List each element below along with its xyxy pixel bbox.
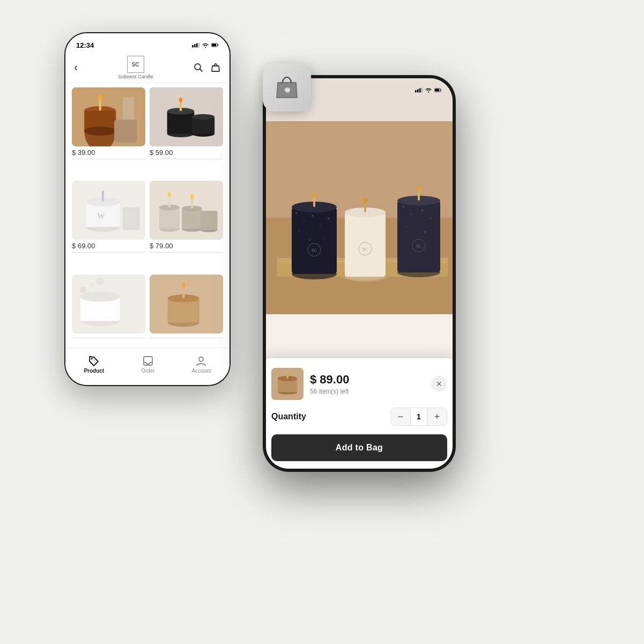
nav-bar-phone1: ‹ SC Subwest Candle [65, 53, 230, 83]
search-icon[interactable] [193, 62, 204, 73]
svg-point-62 [199, 357, 203, 361]
svg-rect-103 [424, 231, 426, 233]
list-item[interactable]: $ 59.00 [150, 87, 223, 176]
battery-icon [211, 42, 219, 48]
svg-point-105 [417, 186, 420, 191]
increase-quantity-button[interactable]: + [427, 408, 447, 425]
tab-order[interactable]: Order [141, 355, 155, 374]
svg-rect-35 [159, 208, 180, 229]
svg-point-22 [179, 98, 182, 102]
svg-rect-19 [167, 111, 195, 134]
sheet-stock: 56 item(s) left [310, 388, 431, 395]
sheet-header: $ 89.00 56 item(s) left ✕ [271, 368, 447, 400]
svg-point-7 [195, 64, 201, 70]
svg-rect-83 [324, 236, 325, 238]
product-image-1 [72, 87, 145, 146]
svg-point-60 [91, 358, 93, 360]
svg-text:SC: SC [312, 248, 317, 253]
svg-text:SC: SC [416, 244, 421, 249]
svg-point-53 [96, 277, 104, 285]
svg-point-52 [78, 280, 83, 285]
svg-rect-89 [345, 212, 386, 277]
svg-rect-77 [304, 220, 305, 221]
product-price-5 [72, 336, 145, 338]
product-image-6 [150, 275, 223, 334]
nav-icons [193, 62, 221, 73]
product-image-4 [150, 181, 223, 240]
svg-rect-98 [403, 206, 404, 208]
inbox-icon [142, 355, 154, 367]
svg-rect-74 [292, 207, 337, 274]
svg-rect-2 [194, 44, 196, 47]
svg-point-12 [84, 127, 116, 136]
time-phone1: 12:34 [76, 41, 94, 49]
brand-logo: SC Subwest Candle [118, 56, 153, 79]
svg-rect-1 [192, 45, 194, 47]
sheet-price: $ 89.00 [310, 373, 431, 387]
sheet-product-info: $ 89.00 56 item(s) left [310, 373, 431, 395]
app-icon[interactable] [263, 63, 311, 112]
battery-icon-phone2 [434, 87, 442, 93]
status-icons-phone2 [415, 87, 442, 93]
product-image-5 [72, 275, 145, 334]
svg-rect-66 [421, 88, 423, 93]
brand-name: Subwest Candle [118, 74, 153, 79]
svg-rect-101 [431, 218, 432, 219]
tab-account[interactable]: Account [191, 355, 211, 374]
tab-product[interactable]: Product [84, 355, 104, 374]
svg-text:SC: SC [362, 247, 368, 252]
svg-rect-65 [419, 88, 421, 93]
svg-point-50 [80, 286, 87, 293]
product-hero-image: SC SC [266, 121, 453, 314]
list-item[interactable] [150, 275, 223, 356]
add-to-bag-button[interactable]: Add to Bag [271, 434, 447, 461]
quantity-controls: − 1 + [390, 408, 447, 426]
svg-point-14 [99, 95, 102, 99]
svg-point-49 [80, 291, 120, 301]
bottom-sheet: $ 89.00 56 item(s) left ✕ Quantity − 1 +… [266, 358, 453, 469]
svg-rect-4 [198, 43, 199, 48]
svg-rect-79 [320, 226, 321, 227]
product-price-3: $ 69.00 [72, 242, 145, 253]
svg-rect-102 [405, 226, 406, 227]
tab-order-label: Order [141, 368, 155, 374]
tab-product-label: Product [84, 368, 104, 374]
list-item[interactable] [72, 275, 145, 356]
quantity-value: 1 [410, 408, 427, 425]
svg-rect-58 [182, 285, 184, 298]
svg-rect-76 [295, 212, 297, 214]
svg-rect-78 [312, 215, 313, 217]
brand-initials: SC [127, 56, 144, 73]
svg-rect-112 [286, 372, 288, 379]
product-image-3: W [72, 181, 145, 240]
bag-icon[interactable] [210, 62, 221, 73]
svg-rect-37 [168, 195, 171, 208]
wifi-icon-phone2 [425, 87, 432, 93]
list-item[interactable]: $ 39.00 [72, 87, 145, 176]
svg-rect-45 [201, 211, 218, 230]
list-item[interactable]: $ 79.00 [150, 181, 223, 270]
svg-rect-80 [328, 218, 329, 219]
tab-bar: Product Order Account [65, 347, 230, 385]
list-item[interactable]: W $ 69.00 [72, 181, 145, 270]
svg-text:W: W [97, 212, 105, 220]
tag-icon [88, 355, 100, 367]
svg-rect-82 [309, 239, 310, 241]
back-button-phone1[interactable]: ‹ [74, 61, 78, 75]
svg-point-25 [192, 114, 214, 120]
tab-account-label: Account [191, 368, 211, 374]
decrease-quantity-button[interactable]: − [391, 408, 410, 425]
svg-point-92 [364, 198, 367, 203]
close-button[interactable]: ✕ [431, 376, 447, 392]
product-grid: $ 39.00 $ 59.00 [65, 83, 230, 360]
svg-rect-6 [212, 44, 216, 46]
signal-icon [192, 42, 199, 48]
svg-rect-30 [102, 190, 104, 202]
svg-rect-100 [421, 210, 423, 211]
svg-rect-68 [435, 89, 439, 91]
svg-point-43 [190, 194, 194, 198]
signal-icon-phone2 [415, 87, 423, 93]
svg-rect-40 [182, 209, 202, 229]
product-price-6 [150, 336, 223, 338]
svg-rect-32 [123, 208, 140, 230]
